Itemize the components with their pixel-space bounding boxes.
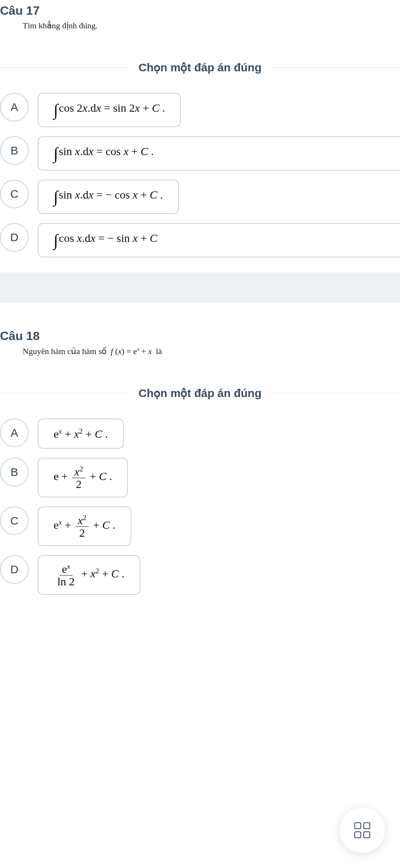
question-title: Câu 18 [0,325,400,346]
option-content: ∫cos 2x.dx = sin 2x + C . [38,93,181,127]
option-letter: A [0,93,29,122]
option-d[interactable]: D ∫cos x.dx = − sin x + C [0,223,400,257]
option-a[interactable]: A ∫cos 2x.dx = sin 2x + C . [0,93,400,127]
divider [271,393,400,393]
option-content: ∫cos x.dx = − sin x + C [38,223,400,257]
option-d[interactable]: D exln 2 + x2 + C . [0,555,400,595]
choose-label: Chọn một đáp án đúng [129,61,271,74]
option-b[interactable]: B e + x22 + C . [0,458,400,497]
option-letter: B [0,136,29,165]
option-content: ∫sin x.dx = cos x + C . [38,136,400,171]
option-c[interactable]: C ∫sin x.dx = − cos x + C . [0,180,400,214]
divider [0,67,129,68]
options-list: A ∫cos 2x.dx = sin 2x + C . B ∫sin x.dx … [0,93,400,257]
option-letter: B [0,458,29,486]
question-17-block: Câu 17 Tìm khẳng định đúng. Chọn một đáp… [0,0,400,272]
question-title: Câu 17 [0,0,400,21]
option-letter: D [0,555,29,584]
choose-label: Chọn một đáp án đúng [129,386,271,400]
option-c[interactable]: C ex + x22 + C . [0,506,400,546]
option-b[interactable]: B ∫sin x.dx = cos x + C . [0,136,400,171]
option-a[interactable]: A ex + x2 + C . [0,419,400,449]
option-content: ∫sin x.dx = − cos x + C . [38,180,179,214]
question-prompt: Nguyên hàm của hàm số f (x) = ex + x là [0,346,400,356]
choose-header: Chọn một đáp án đúng [0,386,400,400]
question-18-block: Câu 18 Nguyên hàm của hàm số f (x) = ex … [0,325,400,610]
divider [271,67,400,68]
question-prompt: Tìm khẳng định đúng. [0,21,400,31]
option-content: ex + x22 + C . [38,506,131,546]
option-letter: D [0,223,29,252]
choose-header: Chọn một đáp án đúng [0,61,400,74]
option-letter: C [0,506,29,535]
option-content: exln 2 + x2 + C . [38,555,140,595]
option-content: e + x22 + C . [38,458,128,497]
question-separator [0,272,400,303]
option-content: ex + x2 + C . [38,419,124,449]
option-letter: A [0,419,29,447]
options-list: A ex + x2 + C . B e + x22 + C . C ex + x… [0,419,400,595]
option-letter: C [0,180,29,208]
divider [0,393,129,393]
